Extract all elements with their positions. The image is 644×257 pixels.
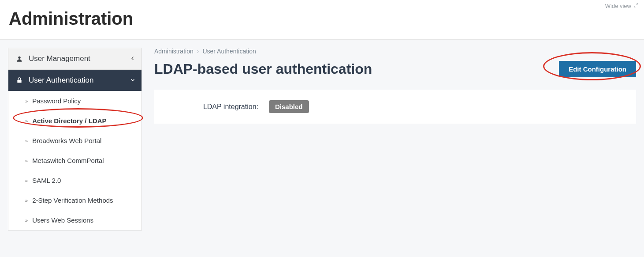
sidebar-section-user-management[interactable]: User Management bbox=[8, 48, 141, 70]
sidebar-item-metaswitch[interactable]: » Metaswitch CommPortal bbox=[8, 151, 141, 170]
sidebar-item-label: Password Policy bbox=[32, 97, 81, 105]
breadcrumb-separator: › bbox=[197, 48, 199, 55]
sidebar-item-active-directory-ldap[interactable]: » Active Directory / LDAP bbox=[8, 111, 141, 131]
sidebar-item-label: SAML 2.0 bbox=[32, 177, 61, 184]
double-chevron-icon: » bbox=[25, 178, 28, 183]
sidebar-item-saml[interactable]: » SAML 2.0 bbox=[8, 170, 141, 190]
sidebar-item-label: Metaswitch CommPortal bbox=[32, 157, 104, 164]
svg-rect-1 bbox=[17, 80, 21, 83]
settings-card: LDAP integration: Disabled bbox=[154, 90, 636, 124]
breadcrumb: Administration › User Authentication bbox=[154, 48, 636, 55]
double-chevron-icon: » bbox=[25, 158, 28, 163]
double-chevron-icon: » bbox=[25, 118, 28, 124]
sidebar-section-user-authentication[interactable]: User Authentication bbox=[8, 70, 141, 91]
breadcrumb-item[interactable]: User Authentication bbox=[202, 48, 256, 55]
sidebar-section-label: User Authentication bbox=[29, 76, 93, 85]
svg-point-0 bbox=[18, 57, 20, 59]
wide-view-label: Wide view bbox=[605, 3, 631, 9]
double-chevron-icon: » bbox=[25, 98, 28, 104]
lock-icon bbox=[15, 77, 23, 84]
sidebar: User Management User Authentication » Pa… bbox=[0, 40, 142, 257]
sidebar-item-label: Active Directory / LDAP bbox=[32, 117, 106, 125]
sidebar-item-label: Users Web Sessions bbox=[32, 216, 93, 224]
content-heading: LDAP-based user authentication bbox=[154, 61, 372, 77]
user-icon bbox=[15, 55, 23, 62]
sidebar-item-password-policy[interactable]: » Password Policy bbox=[8, 91, 141, 111]
sidebar-item-label: Broadworks Web Portal bbox=[32, 137, 101, 144]
double-chevron-icon: » bbox=[25, 198, 28, 203]
sidebar-item-broadworks[interactable]: » Broadworks Web Portal bbox=[8, 131, 141, 151]
edit-configuration-button[interactable]: Edit Configuration bbox=[559, 61, 636, 77]
main-content: Administration › User Authentication LDA… bbox=[142, 40, 644, 257]
page-title: Administration bbox=[9, 9, 133, 29]
double-chevron-icon: » bbox=[25, 138, 28, 144]
breadcrumb-item[interactable]: Administration bbox=[154, 48, 194, 55]
ldap-integration-label: LDAP integration: bbox=[168, 103, 269, 111]
status-badge: Disabled bbox=[269, 100, 309, 113]
wide-view-toggle[interactable]: Wide view bbox=[605, 3, 639, 9]
chevron-left-icon bbox=[130, 54, 135, 63]
sidebar-section-label: User Management bbox=[29, 54, 90, 63]
sidebar-item-label: 2-Step Verification Methods bbox=[32, 197, 113, 204]
double-chevron-icon: » bbox=[25, 218, 28, 223]
chevron-down-icon bbox=[130, 76, 135, 85]
sidebar-item-2step[interactable]: » 2-Step Verification Methods bbox=[8, 190, 141, 210]
sidebar-item-web-sessions[interactable]: » Users Web Sessions bbox=[8, 210, 141, 230]
expand-icon bbox=[633, 3, 639, 9]
